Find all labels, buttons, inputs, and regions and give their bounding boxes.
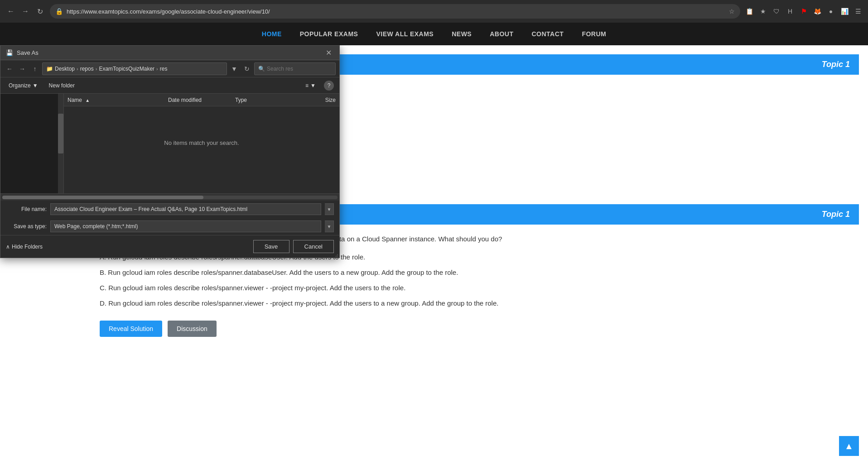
view-arrow-icon: ▼ <box>310 82 316 89</box>
hide-folders-label: Hide Folders <box>12 244 43 250</box>
dialog-title-text: Save As <box>17 49 39 56</box>
cancel-button[interactable]: Cancel <box>293 240 334 253</box>
answer-2-d: D. Run gcloud iam roles describe roles/s… <box>100 298 859 309</box>
save-dialog: 💾 Save As ✕ ← → ↑ 📁 Desktop › repos › Ex… <box>0 45 340 258</box>
savetype-row: Save as type: ▼ <box>0 218 339 235</box>
col-sort-icon: ▲ <box>85 98 90 103</box>
resize-handle[interactable]: ⊿ <box>334 252 339 258</box>
nav-contact[interactable]: CONTACT <box>531 30 564 38</box>
path-item-res: res <box>160 66 168 72</box>
forward-button[interactable]: → <box>19 5 32 18</box>
dialog-title-icon: 💾 <box>6 49 13 56</box>
bar-icon[interactable]: 📊 <box>839 6 850 17</box>
no-items-message: No items match your search. <box>64 106 339 179</box>
dialog-buttons-row: ∧ Hide Folders Save Cancel <box>0 235 339 258</box>
savetype-input[interactable] <box>50 221 321 232</box>
hide-folders-icon: ∧ <box>6 244 10 250</box>
savetype-label: Save as type: <box>6 223 47 230</box>
menu-icon[interactable]: ☰ <box>853 6 863 17</box>
hide-folders-button[interactable]: ∧ Hide Folders <box>6 244 43 250</box>
path-folder-icon: 📁 <box>46 66 53 72</box>
scrollbar-thumb[interactable] <box>2 196 203 199</box>
badge-icon[interactable]: ⚑ <box>798 6 809 17</box>
account-icon[interactable]: H <box>785 6 796 17</box>
dialog-title-area: 💾 Save As <box>6 49 39 56</box>
dialog-forward-button[interactable]: → <box>17 63 28 74</box>
browser-chrome: ← → ↻ 🔒 https://www.examtopics.com/exams… <box>0 0 868 23</box>
new-folder-label: New folder <box>49 82 75 89</box>
extra-icon[interactable]: ● <box>825 6 836 17</box>
path-bar[interactable]: 📁 Desktop › repos › ExamTopicsQuizMaker … <box>42 62 227 75</box>
refresh-path-button[interactable]: ↻ <box>241 63 252 74</box>
save-button[interactable]: Save <box>253 240 289 253</box>
savetype-dropdown-button[interactable]: ▼ <box>325 221 334 232</box>
topic-1-label: Topic 1 <box>822 60 850 69</box>
dialog-back-button[interactable]: ← <box>4 63 15 74</box>
file-area: Name ▲ Date modified Type Size <box>64 94 339 193</box>
nav-home[interactable]: HOME <box>262 30 282 38</box>
view-icon: ≡ <box>305 82 309 89</box>
new-folder-button[interactable]: New folder <box>46 81 77 90</box>
back-button[interactable]: ← <box>5 5 17 18</box>
help-icon: ? <box>328 82 331 89</box>
dialog-up-button[interactable]: ↑ <box>29 63 40 74</box>
col-size: Size <box>302 97 336 103</box>
organize-arrow-icon: ▼ <box>33 82 38 89</box>
help-button[interactable]: ? <box>324 81 334 91</box>
dialog-toolbar: ← → ↑ 📁 Desktop › repos › ExamTopicsQuiz… <box>0 60 339 77</box>
answer-2-b: B. Run gcloud iam roles describe roles/s… <box>100 267 859 278</box>
resize-icon: ⊿ <box>335 253 338 258</box>
horizontal-scrollbar[interactable] <box>0 193 339 201</box>
file-sidebar <box>0 94 64 193</box>
star-icon[interactable]: ★ <box>757 6 768 17</box>
nav-forum[interactable]: FORUM <box>582 30 606 38</box>
extensions-icon[interactable]: 📋 <box>744 6 755 17</box>
no-items-text: No items match your search. <box>164 139 239 146</box>
nav-view-all-exams[interactable]: VIEW ALL EXAMS <box>376 30 434 38</box>
file-list-container: Name ▲ Date modified Type Size <box>0 94 339 193</box>
browser-nav-buttons: ← → ↻ <box>5 5 46 18</box>
answer-2-c: C. Run gcloud iam roles describe roles/s… <box>100 283 859 293</box>
nav-bar-container: HOME POPULAR EXAMS VIEW ALL EXAMS NEWS A… <box>0 23 868 45</box>
fox-icon[interactable]: 🦊 <box>812 6 823 17</box>
col-name-label: Name <box>68 97 82 103</box>
reveal-solution-button[interactable]: Reveal Solution <box>100 321 162 337</box>
col-type-label: Type <box>235 97 247 103</box>
col-type: Type <box>235 97 302 103</box>
path-dropdown-button[interactable]: ▼ <box>229 63 240 74</box>
col-date-label: Date modified <box>168 97 202 103</box>
topic-2-label: Topic 1 <box>822 210 850 219</box>
dialog-action-buttons: Save Cancel <box>253 240 334 253</box>
nav-about[interactable]: ABOUT <box>490 30 513 38</box>
filename-dropdown-button[interactable]: ▼ <box>325 203 334 215</box>
main-content: Topic 1 n inside the project. You initia… <box>0 45 868 465</box>
shield-icon[interactable]: 🛡 <box>771 6 782 17</box>
dialog-search-input[interactable] <box>267 66 332 72</box>
col-date: Date modified <box>168 97 235 103</box>
dialog-search-icon: 🔍 <box>258 66 265 72</box>
path-item-quizmaker: ExamTopicsQuizMaker <box>99 66 154 72</box>
nav-popular-exams[interactable]: POPULAR EXAMS <box>300 30 358 38</box>
nav-news[interactable]: NEWS <box>452 30 472 38</box>
refresh-button[interactable]: ↻ <box>34 5 46 18</box>
dialog-search-box[interactable]: 🔍 <box>254 62 336 75</box>
path-item-desktop: Desktop <box>55 66 75 72</box>
path-item-repos: repos <box>80 66 94 72</box>
url-text: https://www.examtopics.com/exams/google/… <box>67 8 725 15</box>
browser-toolbar-icons: 📋 ★ 🛡 H ⚑ 🦊 ● 📊 ☰ <box>744 6 863 17</box>
view-button[interactable]: ≡ ▼ <box>303 81 318 90</box>
organize-button[interactable]: Organize ▼ <box>6 81 41 90</box>
organize-label: Organize <box>9 82 31 89</box>
discussion-button[interactable]: Discussion <box>168 321 217 337</box>
filename-input[interactable] <box>50 203 321 215</box>
action-bar: Organize ▼ New folder ≡ ▼ ? <box>0 77 339 94</box>
filename-label: File name: <box>6 206 47 212</box>
dialog-close-button[interactable]: ✕ <box>323 48 334 58</box>
col-name: Name ▲ <box>68 97 168 103</box>
address-bar[interactable]: 🔒 https://www.examtopics.com/exams/googl… <box>50 4 740 19</box>
scrollbar-track[interactable] <box>2 196 338 199</box>
col-size-label: Size <box>325 97 336 103</box>
filename-row: File name: ▼ <box>0 201 339 218</box>
nav-bar: HOME POPULAR EXAMS VIEW ALL EXAMS NEWS A… <box>0 23 868 45</box>
scroll-top-button[interactable]: ▲ <box>839 436 859 456</box>
